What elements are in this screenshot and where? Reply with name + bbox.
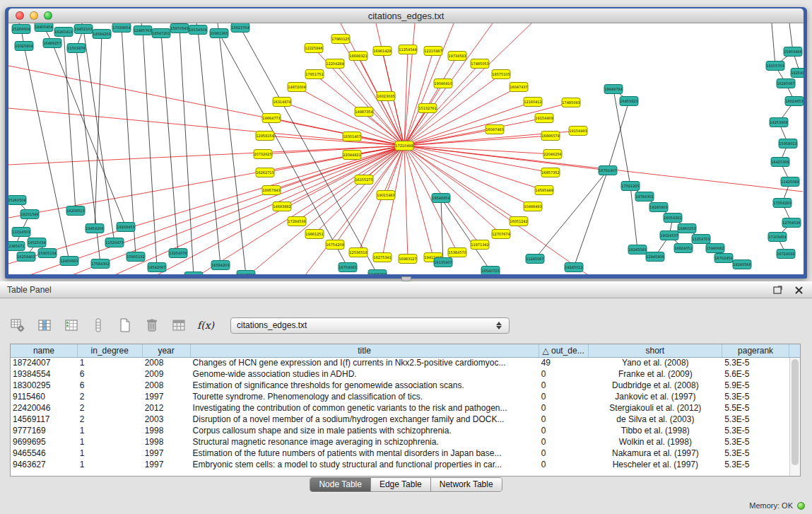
graph-node[interactable]: 12536518: [349, 248, 367, 257]
graph-node[interactable]: 16824051: [674, 244, 693, 253]
graph-node[interactable]: 17591205: [621, 182, 640, 191]
graph-node[interactable]: 14784302: [635, 192, 654, 201]
table-cell[interactable]: 1998: [143, 437, 191, 448]
graph-node[interactable]: 12215987: [424, 47, 442, 56]
table-cell[interactable]: 1997: [143, 448, 191, 460]
table-cell[interactable]: 14569117: [11, 414, 78, 426]
network-view[interactable]: 1721049811254544122159871973458317485053…: [8, 23, 804, 274]
graph-node[interactable]: 22046256: [543, 150, 562, 159]
graph-edge[interactable]: [404, 146, 408, 259]
minimize-button[interactable]: [30, 11, 38, 20]
table-cell[interactable]: 0: [539, 403, 589, 414]
window-titlebar[interactable]: citations_edges.txt: [8, 8, 804, 23]
table-cell[interactable]: Genome-wide association studies in ADHD.: [191, 369, 539, 380]
table-row[interactable]: 911546021997Tourette syndrome. Phenomeno…: [11, 392, 789, 403]
graph-edge[interactable]: [52, 43, 126, 227]
graph-node[interactable]: 18024653: [785, 97, 804, 106]
graph-node[interactable]: 16754083: [339, 263, 357, 272]
graph-node[interactable]: 19208453: [117, 223, 135, 232]
graph-node[interactable]: 15132761: [418, 104, 437, 113]
table-cell[interactable]: Estimation of significance thresholds fo…: [191, 380, 539, 392]
table-cell[interactable]: Corpus callosum shape and size in male p…: [191, 426, 539, 437]
graph-node[interactable]: 11254544: [399, 45, 417, 54]
graph-edge[interactable]: [64, 32, 76, 211]
table-mode-icon[interactable]: [8, 316, 27, 334]
graph-node[interactable]: 17851751: [305, 70, 324, 79]
table-cell[interactable]: 5.3E-5: [722, 448, 789, 460]
graph-edge[interactable]: [404, 136, 551, 146]
table-cell[interactable]: 5.3E-5: [722, 392, 789, 403]
graph-node[interactable]: 16961428: [373, 47, 392, 56]
delete-column-icon[interactable]: [143, 316, 161, 334]
table-cell[interactable]: 2009: [143, 369, 191, 380]
graph-node[interactable]: 16425308: [771, 158, 789, 167]
column-header[interactable]: name: [11, 344, 78, 358]
graph-node[interactable]: 15870543: [170, 24, 189, 33]
table-row[interactable]: 977716911998Corpus callosum shape and si…: [11, 426, 789, 437]
graph-edge[interactable]: [404, 146, 501, 234]
graph-node[interactable]: 19240568: [733, 260, 751, 269]
table-cell[interactable]: Dudbridge et al. (2008): [589, 380, 723, 392]
graph-node[interactable]: 19734583: [448, 52, 466, 61]
graph-node[interactable]: 16450823: [620, 97, 638, 106]
column-header[interactable]: in_degree: [78, 344, 143, 358]
table-cell[interactable]: Wolkin et al. (1998): [589, 437, 723, 448]
graph-node[interactable]: 12204284: [326, 59, 344, 69]
table-cell[interactable]: 18724007: [11, 358, 78, 369]
graph-node[interactable]: 18575105: [492, 70, 510, 79]
graph-node[interactable]: 16262715: [256, 168, 274, 177]
table-cell[interactable]: 5.3E-5: [722, 437, 789, 448]
graph-node[interactable]: 18275341: [373, 253, 392, 262]
table-cell[interactable]: 1: [78, 448, 143, 460]
graph-node[interactable]: 14584209: [93, 30, 111, 39]
table-cell[interactable]: 1997: [143, 460, 191, 471]
table-cell[interactable]: Franke et al. (2009): [589, 369, 723, 380]
graph-node[interactable]: 19024537: [660, 231, 678, 240]
graph-node[interactable]: 14693882: [273, 202, 291, 211]
table-cell[interactable]: Yano et al. (2008): [589, 358, 723, 369]
table-cell[interactable]: 0: [539, 369, 589, 380]
table-cell[interactable]: 5.3E-5: [722, 460, 789, 471]
graph-node[interactable]: 12450683: [60, 257, 78, 266]
column-header[interactable]: year: [143, 344, 191, 358]
graph-edge[interactable]: [535, 170, 608, 259]
graph-node[interactable]: 18405404: [35, 23, 53, 32]
graph-node[interactable]: 15940682: [706, 244, 724, 253]
graph-node[interactable]: 16054281: [664, 214, 682, 223]
graph-node[interactable]: 12485763: [134, 26, 152, 35]
graph-node[interactable]: 19454208: [86, 224, 104, 233]
graph-node[interactable]: 22044821: [343, 151, 361, 160]
graph-edge[interactable]: [198, 30, 220, 265]
table-cell[interactable]: 9777169: [11, 426, 78, 437]
table-cell[interactable]: 2008: [143, 380, 191, 392]
graph-node[interactable]: 16258403: [17, 252, 35, 262]
table-cell[interactable]: Jankovic et al. (1997): [589, 392, 723, 403]
graph-node[interactable]: 15958013: [779, 139, 797, 148]
close-panel-icon[interactable]: [792, 284, 805, 296]
table-cell[interactable]: 2012: [143, 403, 191, 414]
graph-node[interactable]: 19015483: [377, 191, 395, 200]
table-cell[interactable]: 1: [78, 460, 143, 471]
table-cell[interactable]: 5.9E-5: [722, 380, 789, 392]
graph-node[interactable]: 18245093: [628, 245, 647, 255]
network-canvas[interactable]: 1721049811254544122159871973458317485053…: [8, 23, 804, 274]
graph-node[interactable]: 15905132: [126, 252, 145, 262]
float-panel-icon[interactable]: [771, 284, 784, 296]
table-cell[interactable]: Hescheler et al. (1997): [589, 460, 723, 471]
graph-node[interactable]: 17054283: [773, 199, 792, 208]
graph-node[interactable]: 11425089: [781, 177, 799, 187]
graph-node[interactable]: 19525034: [28, 238, 46, 247]
graph-node[interactable]: 18540723: [481, 267, 500, 275]
table-cell[interactable]: 2003: [143, 414, 191, 426]
graph-node[interactable]: 11871342: [471, 240, 489, 250]
table-cell[interactable]: 5.5E-5: [722, 403, 789, 414]
graph-node[interactable]: 18301407: [343, 132, 361, 141]
table-cell[interactable]: 1998: [143, 426, 191, 437]
table-cell[interactable]: 5.3E-5: [722, 358, 789, 369]
table-cell[interactable]: Disruption of a novel member of a sodium…: [191, 414, 539, 426]
graph-edge[interactable]: [180, 28, 194, 274]
resize-gripper[interactable]: [401, 276, 411, 281]
graph-node[interactable]: 16896579: [541, 132, 560, 141]
graph-node[interactable]: 19245803: [649, 203, 668, 212]
column-header[interactable]: pagerank: [722, 344, 789, 358]
